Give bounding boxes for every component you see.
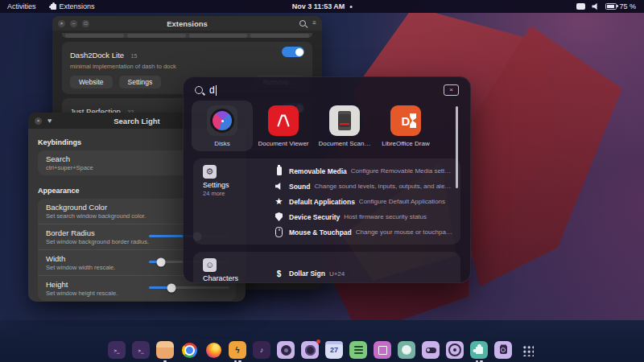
result-desc: U+24 — [329, 270, 345, 278]
extension-name: Dash2Dock Lite — [70, 51, 124, 60]
scrollbar[interactable] — [456, 106, 458, 188]
dock-item-tour-app[interactable] — [446, 341, 464, 359]
group-more: 24 more — [203, 190, 274, 197]
dock-item-files[interactable] — [156, 341, 174, 359]
result-dollar-sign[interactable]: $ Dollar Sign U+24 — [274, 266, 452, 282]
dock-item-screenshot-tool[interactable] — [374, 341, 391, 359]
dock-item-chrome[interactable] — [180, 341, 198, 359]
result-desc: Configure Removable Media settings — [351, 167, 452, 175]
website-button[interactable]: Website — [70, 76, 113, 88]
dock-item-calendar-app[interactable]: 27 — [325, 341, 343, 359]
dock-item-terminal-1[interactable] — [108, 341, 126, 359]
dock-item-firefox[interactable] — [204, 341, 222, 359]
terminal-2-icon — [132, 341, 150, 359]
app-result-document-viewer[interactable]: Document Viewer — [253, 101, 314, 151]
battery-indicator: 75 % — [605, 2, 636, 10]
music-app-icon — [253, 341, 270, 359]
result-default-applications[interactable]: ★ Default Applications Configure Default… — [274, 194, 452, 209]
clocks-app-icon — [301, 341, 319, 359]
camera-app-icon — [277, 341, 295, 359]
result-device-security[interactable]: Device Security Host firmware security s… — [274, 209, 452, 224]
extension-version: 15 — [131, 53, 138, 59]
heart-icon[interactable]: ♥ — [47, 117, 52, 125]
energy-app-icon — [229, 341, 246, 359]
app-result-document-scanner[interactable]: Document Scan… — [314, 101, 375, 151]
backspace-icon[interactable]: × — [444, 84, 459, 96]
result-desc: Change your mouse or touchpad sensitivit… — [356, 228, 452, 236]
spotify-icon — [349, 341, 367, 359]
battery-percent: 75 % — [619, 2, 636, 10]
search-bar[interactable]: d × — [184, 77, 470, 99]
app-grid-icon — [518, 341, 536, 359]
star-icon: ★ — [274, 197, 284, 206]
extensions-indicator[interactable]: Extensions — [43, 0, 102, 13]
settings-results-card: ⚙ Settings 24 more Removable Media Confi… — [193, 158, 460, 245]
characters-results-card: ☺ Characters 95 more $ Dollar Sign U+24 — [193, 252, 460, 283]
chrome-icon — [180, 341, 198, 359]
extensions-app-icon — [470, 341, 488, 359]
document-viewer-app-icon — [268, 105, 299, 136]
dock-item-music-app[interactable] — [253, 341, 270, 359]
system-status-area[interactable]: 75 % — [576, 2, 644, 10]
battery-icon — [605, 3, 617, 10]
result-desc: Host firmware security status — [344, 213, 427, 220]
settings-group-header[interactable]: ⚙ Settings 24 more — [193, 163, 274, 240]
slider-thumb[interactable] — [157, 257, 166, 266]
menu-icon[interactable]: ≡ — [312, 20, 316, 27]
dock-item-tweaks-app[interactable] — [422, 341, 440, 359]
dock: 27 — [108, 341, 536, 359]
app-label: LibreOffice Draw — [382, 140, 429, 147]
result-desc: Change sound levels, inputs, outputs, an… — [314, 183, 452, 190]
clipped-row — [62, 33, 312, 38]
result-sound[interactable]: Sound Change sound levels, inputs, outpu… — [274, 179, 452, 194]
extensions-indicator-label: Extensions — [60, 2, 95, 10]
app-result-libreoffice-draw[interactable]: D LibreOffice Draw — [375, 101, 436, 151]
activities-label: Activities — [7, 2, 36, 10]
result-removable-media[interactable]: Removable Media Configure Removable Medi… — [274, 163, 452, 179]
dock-item-camera-app[interactable] — [277, 341, 295, 359]
app-label: Document Viewer — [258, 140, 309, 147]
app-result-disks[interactable]: Disks — [192, 101, 253, 151]
dock-item-terminal-2[interactable] — [132, 341, 150, 359]
group-name: Characters — [203, 274, 274, 282]
search-input[interactable]: d — [209, 84, 217, 96]
height-slider[interactable] — [149, 286, 229, 289]
extensions-headerbar[interactable]: × – □ Extensions ≡ — [52, 16, 322, 31]
characters-app-icon: ☺ — [203, 258, 217, 272]
clock-label: Nov 3 11:53 AM — [292, 2, 345, 10]
dock-item-extensions-app[interactable] — [470, 341, 488, 359]
maximize-icon[interactable]: □ — [82, 20, 89, 27]
result-title: Dollar Sign — [289, 269, 325, 278]
settings-app-icon: ⚙ — [203, 165, 217, 179]
minimize-icon[interactable]: – — [70, 20, 77, 27]
search-query: d — [209, 84, 215, 96]
search-icon[interactable] — [299, 20, 306, 27]
screenshot-tool-icon — [374, 341, 391, 359]
top-bar: Activities Extensions Nov 3 11:53 AM 75 … — [0, 0, 644, 13]
result-title: Default Applications — [289, 198, 355, 206]
settings-button[interactable]: Settings — [119, 76, 162, 88]
libreoffice-draw-app-icon: D — [390, 105, 421, 136]
group-name: Settings — [203, 181, 274, 189]
characters-group-header[interactable]: ☺ Characters 95 more — [193, 257, 274, 283]
slider-thumb[interactable] — [167, 283, 176, 292]
dock-item-trash[interactable] — [494, 341, 512, 359]
dock-item-mascot-app[interactable] — [398, 341, 415, 359]
files-icon — [156, 341, 174, 359]
volume-icon — [592, 3, 599, 10]
window-title: Search Light — [114, 117, 160, 125]
result-mouse-touchpad[interactable]: Mouse & Touchpad Change your mouse or to… — [274, 224, 452, 240]
activities-button[interactable]: Activities — [0, 0, 43, 13]
close-icon[interactable]: × — [35, 117, 42, 125]
tour-app-icon — [446, 341, 464, 359]
clock-menu[interactable]: Nov 3 11:53 AM — [292, 2, 353, 10]
close-icon[interactable]: × — [58, 20, 65, 27]
dock-item-spotify[interactable] — [349, 341, 367, 359]
dollar-icon: $ — [274, 269, 284, 278]
notification-badge — [316, 339, 320, 343]
search-overlay: d × Disks Document Viewer Document Scan…… — [183, 76, 471, 283]
dock-item-clocks-app[interactable] — [301, 341, 319, 359]
dock-item-energy-app[interactable] — [229, 341, 246, 359]
extension-toggle[interactable] — [282, 47, 304, 57]
dock-item-app-grid[interactable] — [518, 341, 536, 359]
